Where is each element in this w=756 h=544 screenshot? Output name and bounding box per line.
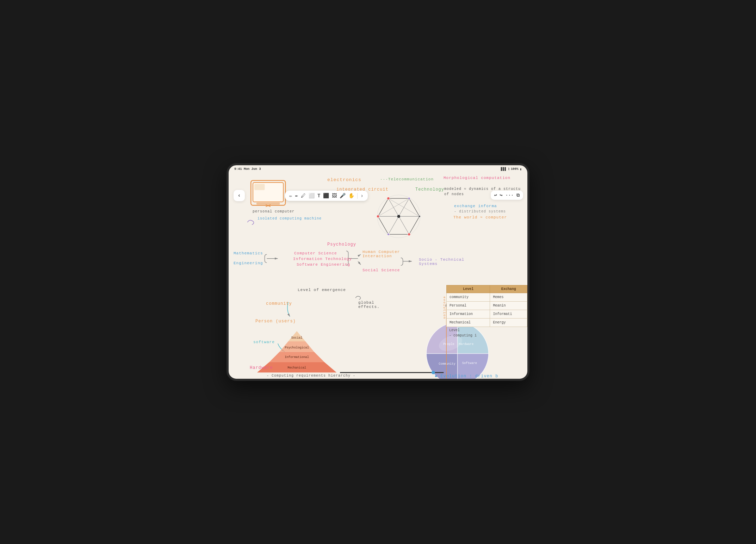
svg-line-19	[388, 198, 409, 234]
status-indicators: ▋▋▋ ⌇ 100% ▮	[501, 167, 522, 171]
svg-marker-40	[280, 341, 314, 352]
svg-line-4	[266, 205, 271, 207]
text-tool[interactable]: T	[317, 193, 320, 199]
back-button[interactable]: ‹	[234, 190, 245, 201]
svg-point-29	[377, 215, 379, 218]
svg-line-12	[378, 198, 388, 216]
svg-line-8	[409, 198, 419, 216]
psychology-label: Psychology	[327, 242, 356, 247]
software-label: software	[253, 340, 275, 344]
engineering-label: Engineering	[234, 261, 263, 265]
exchange-label: exchange informa	[454, 204, 497, 208]
eraser-tool[interactable]: ⬜	[309, 193, 315, 199]
ipad-frame: 9:41 Mon Jun 3 ▋▋▋ ⌇ 100% ▮ ‹ ✏ ✒ 🖊 ⬜ T …	[227, 163, 529, 381]
toolbar-divider	[357, 193, 358, 199]
exchange-informati: Informati	[490, 310, 527, 319]
world-computer-label: The world ≈ computer	[453, 215, 507, 220]
svg-point-27	[408, 233, 410, 236]
undo-button[interactable]: ↩	[494, 192, 497, 198]
svg-text:Informational: Informational	[285, 356, 309, 359]
hand-tool[interactable]: ✋	[348, 193, 354, 199]
svg-line-3	[266, 205, 271, 207]
table-row: community Memes	[447, 293, 527, 302]
svg-point-26	[419, 215, 421, 217]
battery-display: 100%	[511, 167, 519, 171]
table-row: Personal Meanin	[447, 302, 527, 310]
isolated-label: isolated computing machine	[258, 217, 322, 221]
svg-line-14	[399, 198, 409, 216]
marker-tool[interactable]: 🖊	[301, 193, 306, 199]
redo-button[interactable]: ↪	[500, 192, 503, 198]
top-controls[interactable]: ↩ ↪ ··· ⧉	[491, 191, 523, 200]
pen-tool[interactable]: ✒	[295, 193, 298, 199]
svg-text:Social: Social	[291, 336, 303, 340]
svg-text:Psychological: Psychological	[285, 346, 309, 350]
svg-line-23	[378, 198, 409, 216]
svg-text:Mechanical: Mechanical	[287, 366, 306, 370]
table-row: Mechanical Energy	[447, 319, 527, 327]
svg-point-30	[397, 215, 401, 218]
svg-rect-2	[256, 203, 280, 205]
wifi-icon: ⌇	[508, 167, 509, 171]
computing-req-label: - Computing requirements hierarchy -	[267, 374, 355, 378]
mathematics-label: Mathematics	[234, 251, 263, 255]
sociotechnical-label: Socio - TechnicalSystems	[419, 258, 464, 266]
svg-text:Hardware: Hardware	[459, 342, 473, 346]
person-label: Person (users)	[255, 319, 296, 324]
community-label: community	[266, 301, 292, 306]
status-bar: 9:41 Mon Jun 3 ▋▋▋ ⌇ 100% ▮	[229, 165, 527, 173]
svg-text:Software: Software	[462, 361, 477, 365]
svg-line-16	[399, 216, 409, 234]
svg-line-22	[388, 198, 419, 216]
svg-point-6	[377, 195, 420, 238]
svg-point-25	[408, 197, 410, 199]
svg-line-20	[388, 198, 409, 234]
image-tool[interactable]: 🖼	[332, 193, 337, 199]
global-effects-label: globaleffects.	[358, 301, 380, 309]
more-button[interactable]: ···	[506, 193, 514, 198]
telecom-label: ···Telecommunication	[380, 177, 434, 181]
svg-point-28	[387, 233, 389, 235]
svg-line-35	[358, 254, 361, 256]
svg-rect-5	[254, 184, 265, 190]
svg-rect-0	[251, 180, 285, 205]
hardware-label: Hardware	[250, 365, 273, 370]
svg-line-36	[358, 261, 361, 265]
table-header-exchange: Exchang	[490, 285, 527, 293]
table-row: Information Informati	[447, 310, 527, 319]
audio-tool[interactable]: 🎤	[340, 193, 346, 199]
hci-label: Human ComputerInteraction	[362, 250, 400, 258]
technology-label: Technology	[415, 187, 444, 192]
drawing-toolbar[interactable]: ✏ ✒ 🖊 ⬜ T ⬛ 🖼 🎤 ✋ ›	[285, 191, 368, 201]
svg-marker-41	[288, 331, 305, 341]
svg-marker-39	[269, 352, 324, 362]
exchange-energy: Energy	[490, 319, 527, 327]
emergence-label: Level of emergence	[298, 288, 346, 292]
time-display: 9:41 Mon Jun 3	[234, 167, 261, 171]
copy-button[interactable]: ⧉	[516, 193, 520, 198]
svg-line-13	[388, 198, 398, 216]
se-label: Software Engineering	[297, 262, 350, 267]
selection-tool[interactable]: ⬛	[323, 193, 329, 199]
level-information: Information	[447, 310, 490, 319]
pencil-tool[interactable]: ✏	[289, 193, 292, 199]
evolution-label: ● Evolution : driven b	[435, 374, 498, 379]
it-label: Information Technology	[293, 257, 352, 261]
svg-text:Community: Community	[439, 362, 456, 366]
exchange-memes: Memes	[490, 293, 527, 302]
table-footer-sub: - computing i	[446, 334, 527, 339]
level-mechanical: Mechanical	[447, 319, 490, 327]
svg-point-24	[387, 197, 390, 200]
svg-line-17	[388, 216, 398, 234]
svg-rect-1	[253, 183, 283, 202]
svg-line-9	[409, 216, 419, 234]
svg-text:People: People	[443, 342, 454, 346]
personal-computer-label: personal computer	[253, 210, 295, 214]
svg-text:evolution: evolution	[442, 297, 446, 320]
cs-label: Computer Science	[294, 251, 337, 255]
level-personal: Personal	[447, 302, 490, 310]
more-tool[interactable]: ›	[360, 193, 363, 199]
morphological-label: Morphological computation	[444, 176, 510, 180]
table-footer: Level	[446, 327, 527, 334]
battery-icon: ▮	[520, 167, 522, 171]
